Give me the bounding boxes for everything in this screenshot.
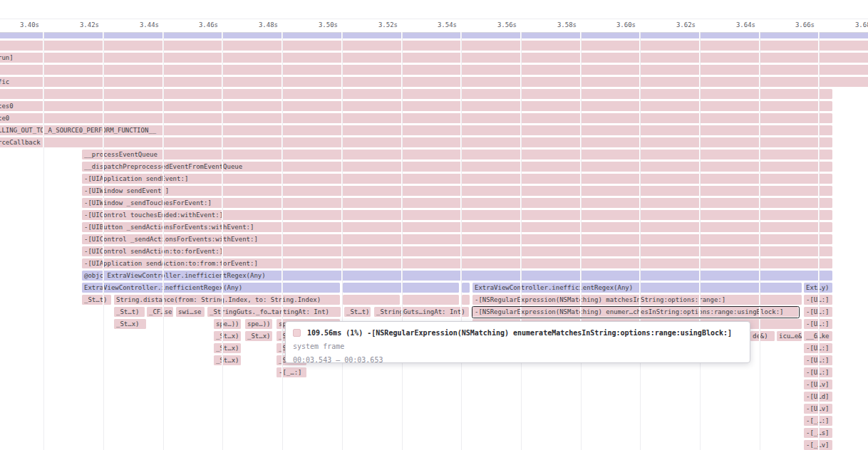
tick-label: 3.68s xyxy=(832,21,868,28)
flame-bar[interactable]: _St…x) xyxy=(114,319,146,329)
flame-bar[interactable] xyxy=(462,295,470,305)
gridline-overlay-faint xyxy=(581,32,582,450)
flame-bar[interactable]: @objc ExtraViewController.inefficientReg… xyxy=(82,271,832,281)
flame-bar[interactable]: ce0 xyxy=(0,113,832,123)
tick-label: 3.52s xyxy=(355,21,398,28)
frame-color-swatch-icon xyxy=(293,329,301,337)
flame-bar[interactable] xyxy=(0,65,868,75)
tooltip-title-line: 109.56ms (1%) -[NSRegularExpression(NSMa… xyxy=(293,326,743,340)
flame-bar[interactable] xyxy=(0,41,868,51)
flame-bar[interactable]: swi…se xyxy=(176,307,205,317)
flame-bar[interactable]: -[UIButton _sendActionsForEvents:withEve… xyxy=(82,222,832,232)
flame-bar[interactable]: de&) xyxy=(750,331,775,341)
flame-bar[interactable]: rceCallback xyxy=(0,137,832,147)
tick-label: 3.44s xyxy=(116,21,159,28)
flame-bar[interactable] xyxy=(462,283,470,293)
tooltip-frame-kind: system frame xyxy=(293,340,743,353)
flame-bar[interactable] xyxy=(343,295,400,305)
flame-bar[interactable]: -[UIControl sendAction:to:forEvent:] xyxy=(82,246,832,256)
flame-bar[interactable] xyxy=(403,295,459,305)
flame-bar[interactable] xyxy=(0,89,832,99)
flame-bar[interactable]: ces0 xyxy=(0,101,832,111)
flame-bar[interactable]: _StringGuts._fo…tartingAt: Int) xyxy=(207,307,341,317)
flame-bar[interactable]: _St…t) xyxy=(344,307,371,317)
gridline-overlay-faint xyxy=(222,32,223,450)
gridline-overlay-faint xyxy=(760,32,760,450)
flame-bar[interactable]: _St…t) xyxy=(82,295,111,305)
flame-chart[interactable]: 3.40s3.42s3.44s3.46s3.48s3.50s3.52s3.54s… xyxy=(0,0,868,450)
flame-bar[interactable]: _St…x) xyxy=(214,355,241,365)
tick-label: 3.42s xyxy=(56,21,99,28)
flame-bar[interactable]: fic xyxy=(0,77,868,87)
gridline-overlay-faint xyxy=(521,32,522,450)
flame-bar[interactable]: ExtraViewController.inefficientRegex(Any… xyxy=(82,283,340,293)
flame-bar[interactable]: -[UIApplication sendEvent:] xyxy=(82,174,832,184)
flame-bar[interactable]: ExtraViewController.inefficientRegex(Any… xyxy=(472,283,802,293)
gridline-overlay-faint xyxy=(819,32,820,450)
tooltip-duration-and-symbol: 109.56ms (1%) -[NSRegularExpression(NSMa… xyxy=(307,326,732,340)
tooltip-time-range: 00:03.543 — 00:03.653 xyxy=(293,353,743,367)
tooltip: 109.56ms (1%) -[NSRegularExpression(NSMa… xyxy=(285,321,750,363)
gridline-overlay-faint xyxy=(402,32,403,450)
tick-label: 3.46s xyxy=(175,21,218,28)
tick-label: 3.62s xyxy=(653,21,696,28)
flame-bar[interactable]: _StringGuts…ingAt: Int) xyxy=(374,307,469,317)
tick-label: 3.56s xyxy=(474,21,517,28)
flame-bar[interactable]: _St…x) xyxy=(214,331,241,341)
gridline-overlay-faint xyxy=(640,32,641,450)
tick-label: 3.66s xyxy=(772,21,815,28)
gridline-overlay-faint xyxy=(43,32,44,450)
flame-bar[interactable]: -[UIWindow _sendTouchesForEvent:] xyxy=(82,198,832,208)
flame-bar[interactable]: run] xyxy=(0,53,868,63)
flame-bar[interactable]: _St…x) xyxy=(245,331,272,341)
flame-bar[interactable]: String.distance(from: String.Index, to: … xyxy=(114,295,340,305)
tick-label: 3.58s xyxy=(534,21,577,28)
flame-bar[interactable]: __processEventQueue xyxy=(82,150,832,159)
flame-bar[interactable]: -[UIControl touchesEnded:withEvent:] xyxy=(82,210,832,220)
flame-bar[interactable]: _St…x) xyxy=(214,343,241,353)
gridline-overlay-faint xyxy=(461,32,462,450)
tick-label: 3.48s xyxy=(235,21,278,28)
tick-label: 3.64s xyxy=(713,21,755,28)
flame-bar[interactable]: __dispatchPreprocessedEventFromEventQueu… xyxy=(82,162,832,172)
flame-bar[interactable]: _St…t) xyxy=(114,307,145,317)
tick-label: 3.50s xyxy=(295,21,338,28)
flame-bar[interactable]: spe…)) xyxy=(214,319,241,329)
tick-label: 3.40s xyxy=(0,21,39,28)
flame-bar[interactable]: -[UIApplication sendAction:to:from:forEv… xyxy=(82,258,832,268)
gridline-overlay-faint xyxy=(282,32,283,450)
gridline-overlay-faint xyxy=(103,32,104,450)
tick-label: 3.54s xyxy=(414,21,457,28)
time-ruler[interactable]: 3.40s3.42s3.44s3.46s3.48s3.50s3.52s3.54s… xyxy=(0,19,868,33)
flame-bar[interactable]: -[UIWindow sendEvent:] xyxy=(82,186,832,196)
gridline-overlay-faint xyxy=(700,32,701,450)
gridline-overlay-faint xyxy=(342,32,343,450)
flame-bar[interactable]: _CF…se xyxy=(147,307,173,317)
tick-label: 3.60s xyxy=(593,21,636,28)
flame-bar[interactable]: -[NSRegularExpression(NSMatching) matche… xyxy=(472,295,802,305)
flame-bar[interactable]: -[UIControl _sendActionsForEvents:withEv… xyxy=(82,234,832,244)
flame-bar[interactable]: icu…e&) xyxy=(777,331,802,341)
gridline-overlay-faint xyxy=(163,32,164,450)
flame-bar[interactable]: LLING_OUT_TO_A_SOURCE0_PERFORM_FUNCTION_… xyxy=(0,125,832,135)
flame-bar[interactable]: spe…)) xyxy=(245,319,272,329)
